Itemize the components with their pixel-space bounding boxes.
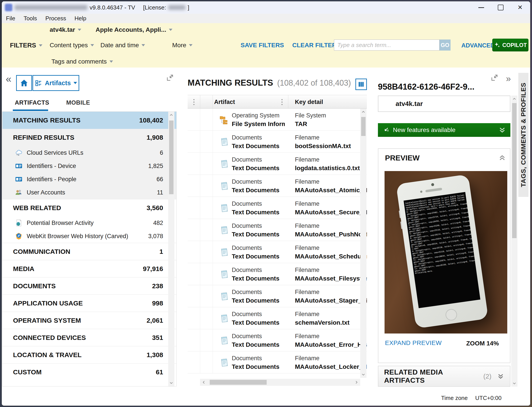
scroll-left-icon[interactable] — [201, 380, 206, 385]
artifact-name: Text Documents — [232, 142, 285, 150]
sidebar-section[interactable]: WEB RELATED3,560 — [2, 199, 176, 216]
header-handle-cell[interactable] — [188, 95, 200, 109]
clear-filters-button[interactable]: CLEAR FILTERS — [292, 42, 341, 49]
tags-and-comments-dropdown[interactable]: Tags and comments — [51, 58, 113, 65]
sidebar-section[interactable]: CONNECTED DEVICES351 — [2, 329, 176, 346]
menu-tools[interactable]: Tools — [19, 15, 41, 22]
pin-panel-icon[interactable] — [491, 74, 498, 82]
sidebar-section[interactable]: APPLICATION USAGE998 — [2, 294, 176, 312]
date-and-time-dropdown[interactable]: Date and time — [101, 42, 145, 49]
expand-preview-link[interactable]: EXPAND PREVIEW — [385, 339, 442, 346]
table-row[interactable]: DocumentsText DocumentsFilenameMAAutoAss… — [188, 241, 367, 263]
table-row[interactable]: DocumentsText DocumentsFilenamelogdata.s… — [188, 153, 367, 175]
sidebar-section[interactable]: CUSTOM61 — [2, 363, 176, 381]
sidebar-item[interactable]: Cloud Services URLs6 — [2, 146, 176, 159]
sidebar-item[interactable]: Identifiers - People66 — [2, 172, 176, 186]
preview-image[interactable]: handleConnectResult new session to port … — [384, 171, 507, 334]
sidebar-item-label: User Accounts — [27, 189, 65, 196]
scroll-down-icon[interactable] — [512, 381, 517, 386]
table-row[interactable]: DocumentsText DocumentsFilenameMAAutoAss… — [188, 285, 367, 307]
sidebar-item[interactable]: User Accounts11 — [2, 186, 176, 199]
chevrons-down-icon[interactable] — [498, 126, 506, 134]
drag-dots-icon — [193, 99, 195, 105]
tags-comments-profiles-tab[interactable]: TAGS, COMMENTS & PROFILES — [518, 73, 528, 197]
sidebar-item-count: 61 — [156, 368, 163, 376]
table-row[interactable]: DocumentsText DocumentsFilenameMAAutoAss… — [188, 175, 367, 197]
advanced-button[interactable]: ADVANCED — [461, 42, 495, 49]
scroll-up-icon[interactable] — [169, 113, 174, 117]
table-row[interactable]: DocumentsText DocumentsFilenameMAAutoAss… — [188, 263, 367, 285]
sidebar-section[interactable]: COMMUNICATION1 — [2, 243, 176, 260]
sidebar-item[interactable]: WebKit Browser Web History (Carved)3,078 — [2, 230, 176, 243]
table-row[interactable]: DocumentsText DocumentsFilenameMAAutoAss… — [188, 351, 367, 374]
scroll-up-icon[interactable] — [512, 96, 517, 101]
table-row[interactable]: DocumentsText DocumentsFilenameschemaVer… — [188, 307, 367, 329]
timezone-control[interactable]: Time zone UTC+0:00 — [441, 395, 501, 401]
table-row[interactable]: DocumentsText DocumentsFilenameMAAutoAss… — [188, 197, 367, 219]
results-vscrollbar[interactable] — [360, 109, 367, 378]
sidebar-item-count: 3,560 — [147, 204, 163, 212]
timezone-label: Time zone — [441, 395, 468, 401]
source-box[interactable]: atv4k.tar — [378, 95, 510, 112]
column-key-detail[interactable]: Key detail — [295, 95, 323, 109]
column-artifact[interactable]: Artifact — [214, 95, 235, 109]
artifact-name: Text Documents — [232, 164, 285, 172]
left-scrollbar-thumb[interactable] — [169, 120, 173, 194]
maximize-button[interactable] — [491, 1, 510, 14]
sidebar-section[interactable]: REFINED RESULTS1,908 — [2, 129, 176, 146]
collapse-panel-icon[interactable]: « — [6, 74, 11, 84]
go-button[interactable]: GO — [439, 39, 451, 51]
sidebar-section[interactable]: DOCUMENTS238 — [2, 277, 176, 294]
table-row[interactable]: DocumentsText DocumentsFilenamebootSessi… — [188, 131, 367, 153]
menubar: File Tools Process Help — [2, 14, 530, 23]
scroll-up-icon[interactable] — [361, 110, 366, 114]
details-scrollbar[interactable] — [511, 95, 517, 387]
sidebar-item[interactable]: Potential Browser Activity482 — [2, 216, 176, 230]
results-hscrollbar-thumb[interactable] — [210, 380, 267, 385]
details-scrollbar-thumb[interactable] — [512, 103, 516, 238]
copilot-button[interactable]: COPILOT — [492, 39, 528, 51]
sidebar-section[interactable]: MEDIA97,916 — [2, 260, 176, 277]
more-dropdown[interactable]: More — [172, 42, 193, 49]
table-row[interactable]: DocumentsText DocumentsFilenameMAAutoAss… — [188, 329, 367, 351]
sidebar-section[interactable]: OPERATING SYSTEM2,061 — [2, 312, 176, 329]
new-features-banner[interactable]: New features available — [378, 123, 510, 137]
table-row[interactable]: DocumentsText DocumentsFilenameMAAutoAss… — [188, 219, 367, 241]
results-hscrollbar[interactable] — [200, 379, 360, 386]
minimize-button[interactable] — [471, 1, 491, 14]
menu-file[interactable]: File — [2, 15, 19, 22]
scroll-right-icon[interactable] — [354, 380, 359, 385]
home-button[interactable] — [16, 75, 32, 91]
column-view-button[interactable] — [355, 78, 367, 90]
content-types-dropdown[interactable]: Content types — [50, 42, 94, 49]
tab-artifacts[interactable]: ARTIFACTS — [15, 99, 49, 106]
sidebar-section[interactable]: LOCATION & TRAVEL1,308 — [2, 346, 176, 363]
chevron-down-icon — [91, 44, 94, 46]
pin-panel-icon[interactable] — [166, 74, 174, 82]
close-button[interactable]: ✕ — [510, 1, 530, 14]
tab-mobile[interactable]: MOBILE — [66, 99, 90, 106]
left-scrollbar[interactable] — [168, 112, 174, 386]
menu-help[interactable]: Help — [70, 15, 91, 22]
license-prefix: [License: — [143, 4, 166, 11]
results-vscrollbar-thumb[interactable] — [361, 117, 366, 136]
scroll-down-icon[interactable] — [169, 381, 174, 385]
view-selector-dropdown[interactable]: Artifacts — [32, 75, 79, 91]
filters-dropdown[interactable]: FILTERS — [10, 42, 42, 49]
related-media-artifacts-header[interactable]: RELATED MEDIA ARTIFACTS (2) — [378, 366, 510, 387]
evidence-source-dropdown[interactable]: atv4k.tar — [50, 26, 81, 33]
artifact-filter-dropdown[interactable]: Apple Accounts, Appli... — [96, 26, 172, 33]
sidebar-item[interactable]: Identifiers - Device1,825 — [2, 159, 176, 172]
save-filters-button[interactable]: SAVE FILTERS — [241, 42, 284, 49]
search-input[interactable] — [334, 39, 439, 51]
chevrons-down-icon — [497, 373, 504, 380]
artifact-drag-dots-icon[interactable] — [282, 95, 286, 109]
sidebar-section[interactable]: MATCHING RESULTS108,402 — [2, 112, 176, 129]
collapse-panel-right-icon[interactable]: » — [506, 74, 511, 83]
collapse-preview-icon[interactable] — [498, 154, 506, 162]
results-panel: MATCHING RESULTS (108,402 of 108,403) Ar… — [188, 68, 367, 390]
scroll-down-icon[interactable] — [361, 372, 366, 377]
key-detail-value: MAAutoAsset_Locker_Hist — [295, 362, 367, 371]
menu-process[interactable]: Process — [41, 15, 70, 22]
table-row[interactable]: Operating SystemFile System InformationF… — [188, 109, 367, 131]
